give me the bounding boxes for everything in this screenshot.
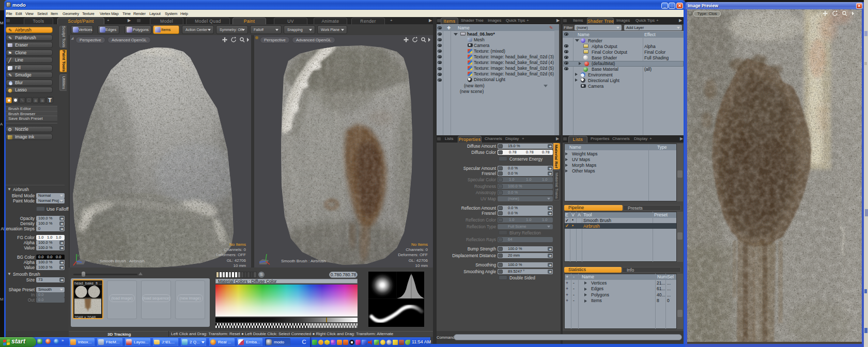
svg-text:y: y <box>78 254 79 257</box>
